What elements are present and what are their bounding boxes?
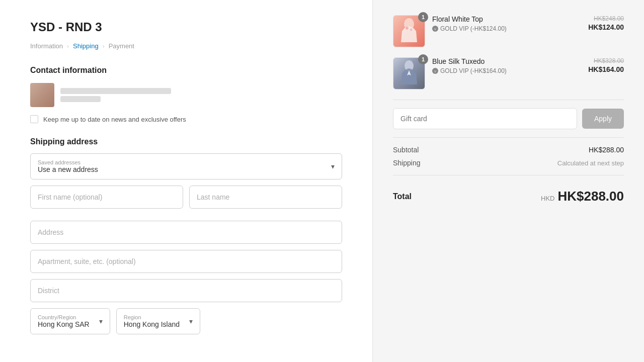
gift-divider [393, 137, 624, 138]
item-1-vip: V GOLD VIP (-HK$124.00) [432, 25, 581, 32]
item-1-details: Floral White Top V GOLD VIP (-HK$124.00) [432, 15, 581, 32]
gift-card-input[interactable] [393, 108, 577, 129]
breadcrumb-sep-2: › [103, 43, 105, 50]
item-1-final-price: HK$124.00 [588, 23, 624, 31]
newsletter-label: Keep me up to date on news and exclusive… [43, 116, 186, 123]
contact-info-box [30, 83, 342, 107]
contact-email-blurred [60, 88, 171, 94]
item-1-badge: 1 [418, 12, 428, 22]
contact-name-blurred [60, 96, 101, 102]
item-2-vip: V GOLD VIP (-HK$164.00) [432, 67, 581, 74]
saved-addresses-select[interactable]: Saved addresses Use a new address ▾ [30, 153, 342, 179]
saved-addresses-label: Saved addresses [38, 159, 321, 165]
total-label: Total [393, 192, 412, 201]
floral-top-icon [397, 17, 421, 45]
item-2-prices: HK$328.00 HK$164.00 [588, 57, 624, 73]
breadcrumb: Information › Shipping › Payment [30, 42, 342, 50]
region-chevron-icon: ▾ [189, 317, 193, 325]
name-row [30, 186, 342, 215]
shipping-value: Calculated at next step [557, 159, 624, 167]
contact-section: Contact information Keep me up to date o… [30, 66, 342, 123]
last-name-input[interactable] [189, 186, 342, 209]
vip-1-icon: V [432, 26, 438, 32]
subtotal-value: HK$288.00 [589, 146, 624, 154]
item-2-badge: 1 [418, 54, 428, 64]
last-name-wrapper [189, 186, 342, 209]
item-2-vip-label: GOLD VIP (-HK$164.00) [440, 67, 507, 74]
tuxedo-icon [398, 59, 420, 87]
item-1-prices: HK$248.00 HK$124.00 [588, 15, 624, 31]
item-1-image-wrap: 1 [393, 15, 425, 47]
order-item-2: 1 Blue Silk Tuxedo V GOLD VIP (-HK$164.0… [393, 57, 624, 89]
item-2-final-price: HK$164.00 [588, 65, 624, 73]
breadcrumb-information[interactable]: Information [30, 42, 63, 50]
total-row: Total HKD HK$288.00 [393, 184, 624, 204]
shipping-label: Shipping [393, 159, 421, 167]
location-row: Country/Region Hong Kong SAR ▾ Region Ho… [30, 308, 342, 340]
breadcrumb-payment[interactable]: Payment [109, 42, 134, 50]
apply-button[interactable]: Apply [582, 109, 624, 129]
address-input[interactable] [30, 221, 342, 244]
region-select[interactable]: Region Hong Kong Island ▾ [116, 308, 200, 334]
svg-text:V: V [434, 70, 436, 73]
saved-addresses-value: Use a new address [38, 165, 321, 173]
country-select[interactable]: Country/Region Hong Kong SAR ▾ [30, 308, 110, 334]
breadcrumb-sep-1: › [67, 43, 69, 50]
order-item-1: 1 Floral White Top V GOLD VIP (-HK$124.0… [393, 15, 624, 47]
saved-addresses-chevron-icon: ▾ [331, 162, 335, 170]
left-panel: YSD - RND 3 Information › Shipping › Pay… [0, 0, 372, 362]
total-currency: HKD [541, 195, 554, 202]
contact-text-block [60, 88, 171, 102]
first-name-input[interactable] [30, 186, 183, 209]
apartment-input[interactable] [30, 250, 342, 273]
total-amount: HK$288.00 [557, 189, 624, 204]
item-1-vip-label: GOLD VIP (-HK$124.00) [440, 25, 507, 32]
district-input[interactable] [30, 279, 342, 302]
country-label: Country/Region [38, 314, 90, 320]
country-value: Hong Kong SAR [38, 320, 90, 328]
svg-text:V: V [434, 28, 436, 31]
vip-2-icon: V [432, 68, 438, 74]
total-amount-wrap: HKD HK$288.00 [541, 189, 624, 204]
first-name-wrapper [30, 186, 183, 209]
svg-point-2 [410, 29, 413, 31]
breadcrumb-shipping[interactable]: Shipping [73, 42, 99, 50]
shipping-section-title: Shipping address [30, 137, 342, 146]
subtotal-label: Subtotal [393, 146, 419, 154]
subtotal-row: Subtotal HK$288.00 [393, 146, 624, 154]
svg-point-1 [406, 27, 409, 30]
region-label: Region [124, 314, 180, 320]
shipping-row: Shipping Calculated at next step [393, 159, 624, 167]
store-title: YSD - RND 3 [30, 20, 342, 34]
newsletter-checkbox[interactable] [30, 115, 38, 123]
item-2-name: Blue Silk Tuxedo [432, 57, 581, 65]
country-chevron-icon: ▾ [99, 317, 103, 325]
item-2-original-price: HK$328.00 [588, 57, 624, 64]
item-2-details: Blue Silk Tuxedo V GOLD VIP (-HK$164.00) [432, 57, 581, 74]
right-panel: 1 Floral White Top V GOLD VIP (-HK$124.0… [372, 0, 644, 362]
avatar [30, 83, 54, 107]
item-1-original-price: HK$248.00 [588, 15, 624, 22]
gift-card-row: Apply [393, 108, 624, 129]
region-value: Hong Kong Island [124, 320, 180, 328]
apartment-wrapper [30, 250, 342, 273]
item-1-name: Floral White Top [432, 15, 581, 23]
shipping-section: Shipping address Saved addresses Use a n… [30, 137, 342, 340]
summary-divider [393, 175, 624, 175]
item-2-image-wrap: 1 [393, 57, 425, 89]
items-divider [393, 100, 624, 100]
district-wrapper [30, 279, 342, 302]
address-wrapper [30, 221, 342, 244]
contact-section-title: Contact information [30, 66, 342, 75]
newsletter-row: Keep me up to date on news and exclusive… [30, 115, 342, 123]
